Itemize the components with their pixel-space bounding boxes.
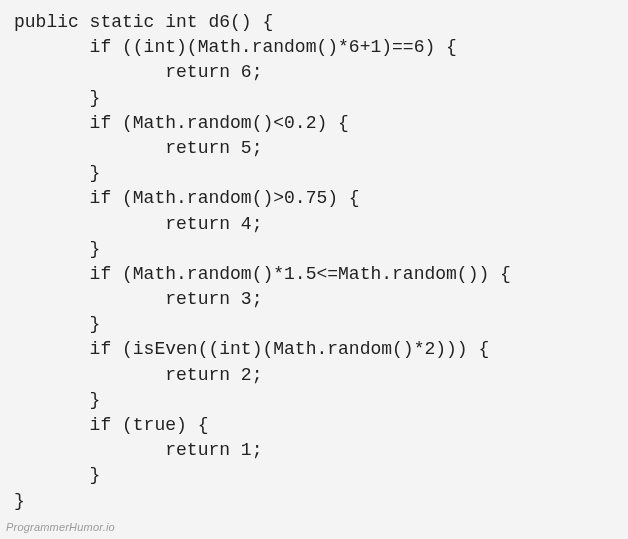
code-line: return 3; xyxy=(14,289,262,309)
code-line: if ((int)(Math.random()*6+1)==6) { xyxy=(14,37,457,57)
code-line: if (Math.random()*1.5<=Math.random()) { xyxy=(14,264,511,284)
code-line: } xyxy=(14,239,100,259)
code-line: } xyxy=(14,390,100,410)
code-line: return 4; xyxy=(14,214,262,234)
code-line: } xyxy=(14,314,100,334)
code-line: if (isEven((int)(Math.random()*2))) { xyxy=(14,339,489,359)
code-line: return 5; xyxy=(14,138,262,158)
code-line: return 6; xyxy=(14,62,262,82)
code-line: if (Math.random()>0.75) { xyxy=(14,188,360,208)
code-block: public static int d6() { if ((int)(Math.… xyxy=(0,0,628,514)
code-line: if (Math.random()<0.2) { xyxy=(14,113,349,133)
code-line: } xyxy=(14,88,100,108)
code-line: } xyxy=(14,465,100,485)
code-line: return 2; xyxy=(14,365,262,385)
watermark: ProgrammerHumor.io xyxy=(6,520,115,535)
code-line: if (true) { xyxy=(14,415,208,435)
code-line: } xyxy=(14,163,100,183)
code-line: public static int d6() { xyxy=(14,12,273,32)
code-line: return 1; xyxy=(14,440,262,460)
code-line: } xyxy=(14,491,25,511)
